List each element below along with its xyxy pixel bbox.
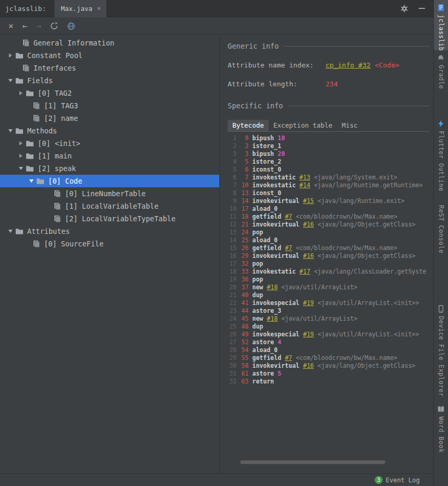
horizontal-scrollbar[interactable] [240,460,385,464]
tab-misc[interactable]: Misc [337,120,362,131]
tree-item-general-information[interactable]: General Information [0,37,219,49]
line-number: 6 [228,174,237,182]
line-number: 30 [228,362,237,370]
chevron-down-icon[interactable] [5,230,15,233]
cp-ref-link[interactable]: #16 [303,362,314,369]
device-icon [437,305,445,313]
cp-ref-link[interactable]: #15 [303,197,314,205]
folder-icon [36,178,44,185]
tree-item-fields[interactable]: Fields [0,74,219,87]
tree-item-methods[interactable]: Methods [0,125,219,137]
bytecode-offset: 32 [241,260,249,268]
line-number: 31 [228,370,237,378]
toolwindow-button-flutter-outline[interactable]: Flutter Outline [434,116,448,193]
bytecode-line: 2649invokespecial#19<java/util/ArrayList… [228,331,429,338]
tree-item-0-code[interactable]: [0] Code [0,175,219,187]
tree-item-2-name[interactable]: [2] name [0,112,219,125]
bytecode-line: 2344astore_3 [228,307,429,315]
chevron-right-icon[interactable] [16,141,26,145]
tree-item-2-localvariabletypetable[interactable]: [2] LocalVariableTypeTable [0,212,219,225]
toolwindow-button-gradle[interactable]: Gradle [434,50,448,92]
bytecode-mnemonic: invokestatic [252,174,296,181]
bytecode-comment: <com/bloodcrown/bw/Max.name> [296,354,397,361]
chevron-down-icon[interactable] [16,167,26,170]
bytecode-offset: 0 [241,134,249,142]
toolwindow-button-device-file-explorer[interactable]: Device File Explorer [434,301,448,397]
cp-ref-link[interactable]: #18 [267,284,278,291]
tree-item-label: [0] Code [48,177,82,185]
cp-ref-link[interactable]: #7 [285,244,292,252]
bytecode-offset: 2 [241,142,249,150]
bytecode-mnemonic: getfield [252,213,281,220]
cp-ref-link[interactable]: #19 [303,299,314,307]
cp-ref-link[interactable]: #17 [299,268,310,275]
toolwindow-button-word-book[interactable]: Word Book [434,402,448,455]
tree-item-constant-pool[interactable]: Constant Pool [0,49,219,62]
bytecode-line: 2548dup [228,323,429,331]
cp-ref-link[interactable]: #18 [267,315,278,322]
tree-item-1-localvariabletable[interactable]: [1] LocalVariableTable [0,200,219,212]
tab-exception-table[interactable]: Exception table [268,120,337,131]
bytecode-mnemonic: invokestatic [252,182,296,189]
chevron-right-icon[interactable] [16,154,26,158]
line-number: 19 [228,276,237,284]
refresh-icon[interactable] [50,22,58,30]
event-log-button[interactable]: 3 Event Log [375,476,420,484]
line-number: 23 [228,307,237,315]
close-button[interactable]: × [8,22,14,30]
bytecode-mnemonic: iconst_0 [252,166,281,173]
bytecode-mnemonic: pop [252,229,263,236]
bytecode-mnemonic: bipush [252,150,274,157]
cp-ref-link[interactable]: #7 [285,213,292,220]
tree-item-interfaces[interactable]: Interfaces [0,62,219,74]
tree-item-attributes[interactable]: Attributes [0,225,219,238]
status-bar: 3 Event Log [0,473,433,486]
chevron-down-icon[interactable] [26,179,36,183]
tree-item-0-linenumbertable[interactable]: [0] LineNumberTable [0,187,219,200]
specific-info-title: Specific info [228,101,283,110]
cp-ref-link[interactable]: #14 [299,182,310,189]
cp-ref-link[interactable]: #16 [303,221,314,228]
web-globe-icon[interactable] [67,22,75,30]
tree-item-1-tag3[interactable]: [1] TAG3 [0,99,219,112]
bytecode-listing: 10bipush1022istore_133bipush2045istore_2… [228,134,429,458]
bytecode-line: 1629invokevirtual#16<java/lang/Object.ge… [228,252,429,260]
forward-button[interactable]: → [36,22,41,30]
tab-close-icon[interactable]: × [97,5,101,12]
bytecode-mnemonic: istore_2 [252,158,281,165]
back-button[interactable]: ← [23,22,28,30]
cp-ref-link[interactable]: #7 [285,354,292,361]
toolwindow-button-rest-console[interactable]: ReST Console [434,201,448,255]
cp-ref-link[interactable]: #16 [303,252,314,259]
bytecode-operand: 5 [278,370,282,377]
bytecode-mnemonic: invokevirtual [252,221,299,228]
tree-item-0-init[interactable]: [0] <init> [0,137,219,150]
chevron-down-icon[interactable] [5,79,15,82]
toolwindow-title: jclasslib: [5,5,46,13]
book-icon [437,405,445,413]
tree-item-1-main[interactable]: [1] main [0,150,219,162]
titlebar: jclasslib: Max.java × [0,0,433,17]
folder-icon [26,140,34,147]
line-number: 29 [228,354,237,362]
bytecode-line: 3263return [228,378,429,386]
tree-item-0-sourcefile[interactable]: [0] SourceFile [0,238,219,250]
settings-gear-icon[interactable] [400,5,408,13]
toolwindow-button-jclasslib[interactable]: jclasslib [434,0,448,50]
cp-info-link[interactable]: cp_info #32 [326,61,371,69]
minimize-icon[interactable] [419,8,425,9]
chevron-right-icon[interactable] [16,91,26,95]
chevron-right-icon[interactable] [5,53,15,58]
tree-item-2-speak[interactable]: [2] speak [0,162,219,175]
cp-ref-link[interactable]: #19 [303,331,314,338]
file-tab-max-java[interactable]: Max.java × [54,0,106,17]
chevron-down-icon[interactable] [5,129,15,132]
line-number: 12 [228,221,237,229]
header-rule [284,46,429,47]
bytecode-offset: 18 [241,213,249,221]
bytecode-offset: 41 [241,299,249,307]
tab-bytecode[interactable]: Bytecode [228,120,268,131]
bytecode-offset: 36 [241,276,249,284]
cp-ref-link[interactable]: #13 [299,174,310,181]
tree-item-0-tag2[interactable]: [0] TAG2 [0,87,219,99]
